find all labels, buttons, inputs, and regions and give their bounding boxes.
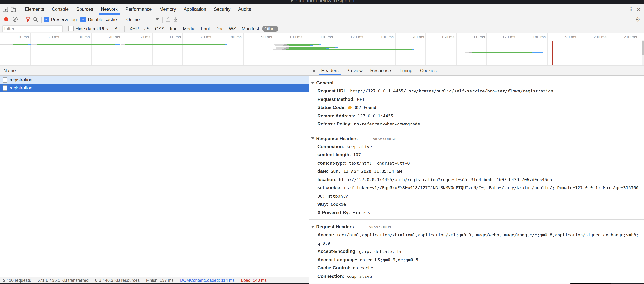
close-devtools-icon[interactable]: ✕ (635, 6, 642, 13)
device-toolbar-icon[interactable] (9, 6, 17, 13)
settings-gear-icon[interactable]: ⚙ (634, 16, 642, 23)
clear-requests-icon[interactable] (13, 17, 18, 22)
filter-type-xhr[interactable]: XHR (127, 26, 141, 32)
header-row-request-url-: Request URL:http://127.0.0.1:4455/.ory/k… (318, 87, 641, 95)
column-header-name[interactable]: Name (0, 66, 308, 76)
filter-type-media[interactable]: Media (180, 26, 198, 32)
details-tab-headers[interactable]: Headers (319, 66, 341, 75)
throttling-value: Online (126, 17, 140, 22)
header-value: en,en-US;q=0.9,de;q=0.8 (360, 257, 418, 262)
network-overview-timeline[interactable]: 10 ms20 ms30 ms40 ms50 ms60 ms70 ms80 ms… (0, 33, 644, 66)
waterfall-bar-segment (282, 49, 286, 50)
timeline-tick-label: 200 ms (594, 35, 608, 39)
filter-type-doc[interactable]: Doc (213, 26, 226, 32)
waterfall-bar-segment (337, 51, 340, 52)
view-source-link[interactable]: view source (373, 136, 396, 141)
section-header-response-headers[interactable]: Response Headersview source (310, 134, 641, 143)
header-name: Request Method: (318, 97, 355, 102)
header-name: Status Code: (318, 105, 346, 110)
waterfall-bar-segment (0, 44, 13, 45)
window-corner (570, 283, 611, 284)
timeline-gridline (578, 33, 578, 65)
details-tab-timing[interactable]: Timing (396, 66, 414, 75)
waterfall-bar-segment (125, 44, 225, 45)
close-details-icon[interactable]: ✕ (310, 68, 318, 74)
triangle-down-icon (311, 226, 314, 228)
filter-type-css[interactable]: CSS (153, 26, 167, 32)
timeline-tick-label: 160 ms (472, 35, 486, 39)
timeline-gridline (122, 33, 122, 65)
header-value: no-referrer-when-downgrade (354, 122, 420, 127)
waterfall-bar-segment (326, 51, 337, 52)
tab-application[interactable]: Application (182, 4, 207, 15)
header-row-location-: location:http://127.0.0.1:4455/auth/regi… (318, 176, 641, 184)
waterfall-bar-segment (274, 44, 284, 45)
waterfall-bar-segment (287, 44, 318, 45)
header-row-cache-control-: Cache-Control:no-cache (318, 264, 641, 272)
tab-console[interactable]: Console (50, 4, 70, 15)
details-tab-response[interactable]: Response (368, 66, 393, 75)
section-header-request-headers[interactable]: Request Headersview source (310, 223, 641, 231)
tab-audits[interactable]: Audits (237, 4, 252, 15)
header-value: text/html; charset=utf-8 (349, 161, 410, 166)
filter-type-js[interactable]: JS (142, 26, 152, 32)
triangle-down-icon (311, 137, 314, 139)
waterfall-bar-segment (326, 48, 329, 49)
view-source-link[interactable]: view source (369, 224, 392, 229)
section-header-general[interactable]: General (310, 79, 641, 87)
tab-memory[interactable]: Memory (158, 4, 177, 15)
waterfall-bar-segment (334, 47, 338, 48)
export-har-icon[interactable] (172, 16, 180, 23)
filter-type-ws[interactable]: WS (226, 26, 239, 32)
filter-type-other[interactable]: Other (262, 26, 278, 32)
hide-data-urls-checkbox[interactable] (68, 26, 74, 31)
table-row-registration[interactable]: registration (0, 84, 308, 92)
details-tab-preview[interactable]: Preview (344, 66, 365, 75)
filter-funnel-icon[interactable] (24, 16, 32, 23)
devtools-window: ElementsConsoleSourcesNetworkPerformance… (0, 4, 644, 283)
import-har-icon[interactable] (164, 16, 172, 23)
waterfall-bar-segment (286, 49, 412, 50)
search-icon[interactable] (32, 16, 40, 23)
header-row-referrer-policy-: Referrer Policy:no-referrer-when-downgra… (318, 120, 641, 128)
details-tab-cookies[interactable]: Cookies (418, 66, 439, 75)
tab-performance[interactable]: Performance (124, 4, 153, 15)
timeline-gridline (30, 33, 31, 65)
details-tabbar: ✕ HeadersPreviewResponseTimingCookies (309, 66, 644, 76)
status-2-10-requests: 2 / 10 requests (0, 277, 34, 283)
table-row-registration[interactable]: registration (0, 76, 308, 84)
scrollbar-thumb[interactable] (642, 41, 644, 55)
tab-network[interactable]: Network (100, 4, 119, 15)
filter-type-img[interactable]: Img (168, 26, 180, 32)
disable-cache-checkbox[interactable]: ✓ (81, 17, 86, 22)
timeline-gridline (608, 33, 608, 65)
header-name: Cache-Control: (318, 265, 350, 270)
waterfall-bar-segment (288, 46, 310, 47)
waterfall-bar-segment (276, 48, 284, 49)
filter-type-manifest[interactable]: Manifest (240, 26, 262, 32)
filter-type-all[interactable]: All (112, 26, 122, 32)
throttling-select[interactable]: Online (126, 17, 159, 22)
header-name: content-type: (318, 160, 346, 166)
tab-sources[interactable]: Sources (75, 4, 94, 15)
overview-bottom-strip (0, 65, 644, 66)
timeline-tick-label: 10 ms (18, 35, 30, 39)
record-button[interactable] (4, 17, 8, 22)
preserve-log-checkbox[interactable]: ✓ (44, 17, 49, 22)
timeline-gridline (426, 33, 426, 65)
section-response-headers: Response Headersview sourceConnection:ke… (309, 131, 644, 219)
kebab-menu-icon[interactable]: ⋮ (627, 6, 635, 13)
timeline-gridline (517, 33, 517, 65)
tab-elements[interactable]: Elements (24, 4, 45, 15)
waterfall-bar-segment (289, 47, 334, 48)
domcontentloaded-line (473, 41, 473, 65)
overview-scrollbar[interactable] (642, 40, 644, 65)
divider (19, 6, 19, 13)
filter-type-font[interactable]: Font (198, 26, 212, 32)
inspect-element-icon[interactable] (2, 6, 9, 13)
filter-input[interactable] (2, 25, 63, 32)
timeline-gridline (548, 33, 548, 65)
waterfall-bar-segment (37, 44, 116, 45)
tab-security[interactable]: Security (213, 4, 232, 15)
waterfall-bar-segment (121, 44, 125, 45)
